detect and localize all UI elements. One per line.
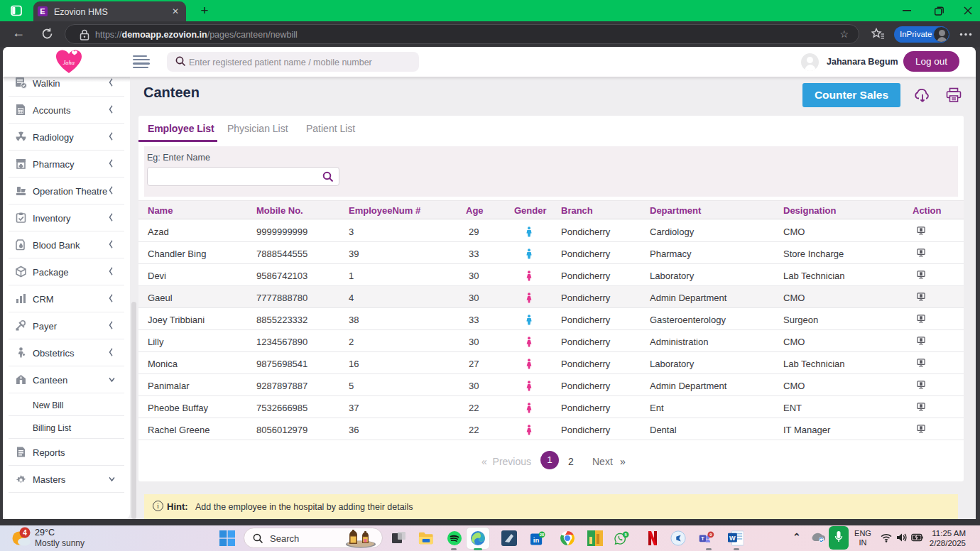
svg-text:Jaha: Jaha <box>63 59 75 66</box>
svg-text:28: 28 <box>540 533 544 537</box>
svg-text:4: 4 <box>23 529 27 537</box>
svg-text:in: in <box>533 536 540 544</box>
svg-text:W: W <box>729 535 736 542</box>
svg-text:T: T <box>701 535 704 542</box>
